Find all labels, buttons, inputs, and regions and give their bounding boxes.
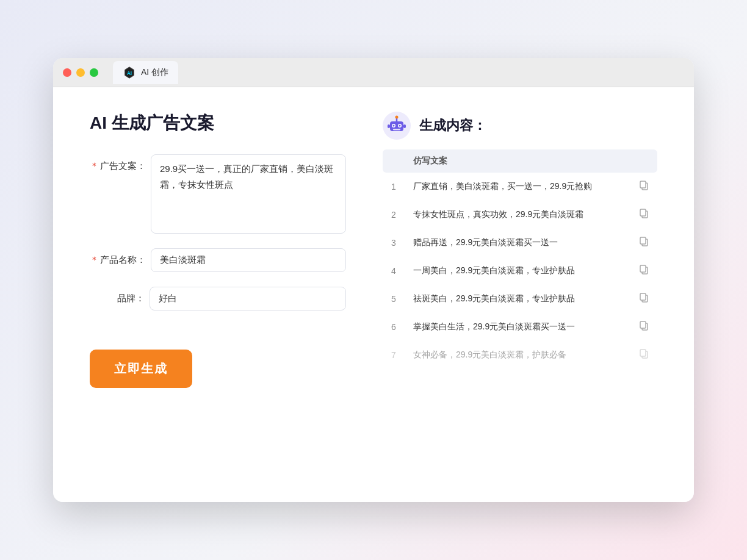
svg-rect-11 — [388, 124, 390, 128]
svg-rect-26 — [640, 350, 646, 356]
copy-cell — [630, 257, 657, 285]
copy-cell — [630, 313, 657, 341]
copy-button[interactable] — [639, 238, 649, 248]
col-content: 仿写文案 — [405, 149, 630, 173]
brand-label: 品牌： — [90, 287, 145, 304]
product-name-group: ＊产品名称： — [90, 248, 346, 272]
result-num: 7 — [383, 341, 405, 369]
table-row: 2专抹女性斑点，真实功效，29.9元美白淡斑霜 — [383, 201, 657, 229]
traffic-light-yellow[interactable] — [76, 68, 85, 77]
ad-copy-label: ＊广告文案： — [90, 154, 146, 172]
traffic-lights — [63, 68, 98, 77]
copy-cell — [630, 229, 657, 257]
copy-button[interactable] — [639, 322, 649, 332]
product-name-required: ＊ — [90, 254, 99, 265]
table-row: 1厂家直销，美白淡斑霜，买一送一，29.9元抢购 — [383, 173, 657, 201]
result-num: 2 — [383, 201, 405, 229]
results-table-header: 仿写文案 — [383, 149, 657, 173]
robot-icon — [383, 112, 411, 140]
ai-tab-icon: AI — [123, 66, 136, 79]
product-name-input[interactable] — [151, 248, 346, 272]
copy-button[interactable] — [639, 210, 649, 220]
col-copy — [630, 149, 657, 173]
table-row: 3赠品再送，29.9元美白淡斑霜买一送一 — [383, 229, 657, 257]
copy-cell — [630, 173, 657, 201]
svg-rect-18 — [640, 237, 646, 244]
browser-titlebar: AI AI 创作 — [53, 58, 694, 87]
svg-text:AI: AI — [127, 70, 132, 76]
browser-tab[interactable]: AI AI 创作 — [113, 61, 178, 84]
result-num: 1 — [383, 173, 405, 201]
result-text: 祛斑美白，29.9元美白淡斑霜，专业护肤品 — [405, 285, 630, 313]
copy-cell — [630, 285, 657, 313]
copy-cell — [630, 341, 657, 369]
result-num: 6 — [383, 313, 405, 341]
copy-button[interactable] — [639, 266, 649, 276]
browser-content: AI 生成广告文案 ＊广告文案： 29.9买一送一，真正的厂家直销，美白淡斑霜，… — [53, 87, 694, 502]
copy-button[interactable] — [639, 294, 649, 304]
ad-copy-group: ＊广告文案： 29.9买一送一，真正的厂家直销，美白淡斑霜，专抹女性斑点 — [90, 154, 346, 234]
svg-point-9 — [399, 125, 401, 127]
result-text: 一周美白，29.9元美白淡斑霜，专业护肤品 — [405, 257, 630, 285]
svg-rect-22 — [640, 293, 646, 300]
result-text: 女神必备，29.9元美白淡斑霜，护肤必备 — [405, 341, 630, 369]
product-name-label: ＊产品名称： — [90, 248, 146, 266]
svg-rect-24 — [640, 321, 646, 328]
svg-rect-10 — [393, 129, 400, 131]
svg-rect-14 — [640, 181, 646, 188]
tab-label: AI 创作 — [141, 67, 168, 78]
svg-point-8 — [393, 125, 395, 127]
page-title: AI 生成广告文案 — [90, 112, 346, 135]
results-table: 仿写文案 1厂家直销，美白淡斑霜，买一送一，29.9元抢购 2专抹女性斑点，真实… — [383, 149, 657, 369]
right-header: 生成内容： — [383, 112, 657, 140]
browser-window: AI AI 创作 AI 生成广告文案 ＊广告文案： 29.9买一送一，真正的厂家… — [53, 58, 694, 502]
generate-button[interactable]: 立即生成 — [90, 350, 192, 388]
copy-button[interactable] — [639, 182, 649, 192]
right-title: 生成内容： — [419, 117, 486, 135]
traffic-light-green[interactable] — [90, 68, 98, 77]
traffic-light-red[interactable] — [63, 68, 71, 77]
result-num: 3 — [383, 229, 405, 257]
table-row: 7女神必备，29.9元美白淡斑霜，护肤必备 — [383, 341, 657, 369]
right-panel: 生成内容： 仿写文案 1厂家直销，美白淡斑霜，买一送一，29.9元抢购 2专抹女… — [383, 112, 657, 478]
table-row: 5祛斑美白，29.9元美白淡斑霜，专业护肤品 — [383, 285, 657, 313]
result-text: 掌握美白生活，29.9元美白淡斑霜买一送一 — [405, 313, 630, 341]
svg-rect-20 — [640, 265, 646, 272]
result-text: 专抹女性斑点，真实功效，29.9元美白淡斑霜 — [405, 201, 630, 229]
ad-copy-input[interactable]: 29.9买一送一，真正的厂家直销，美白淡斑霜，专抹女性斑点 — [151, 154, 346, 234]
left-panel: AI 生成广告文案 ＊广告文案： 29.9买一送一，真正的厂家直销，美白淡斑霜，… — [90, 112, 346, 478]
brand-input[interactable] — [150, 287, 346, 311]
result-text: 赠品再送，29.9元美白淡斑霜买一送一 — [405, 229, 630, 257]
copy-button[interactable] — [639, 350, 649, 361]
svg-rect-16 — [640, 209, 646, 216]
result-num: 4 — [383, 257, 405, 285]
col-num — [383, 149, 405, 173]
brand-group: 品牌： — [90, 287, 346, 311]
copy-cell — [630, 201, 657, 229]
table-row: 6掌握美白生活，29.9元美白淡斑霜买一送一 — [383, 313, 657, 341]
result-text: 厂家直销，美白淡斑霜，买一送一，29.9元抢购 — [405, 173, 630, 201]
ad-copy-required: ＊ — [90, 160, 99, 171]
svg-rect-12 — [403, 124, 406, 128]
table-row: 4一周美白，29.9元美白淡斑霜，专业护肤品 — [383, 257, 657, 285]
svg-point-5 — [395, 116, 399, 119]
result-num: 5 — [383, 285, 405, 313]
